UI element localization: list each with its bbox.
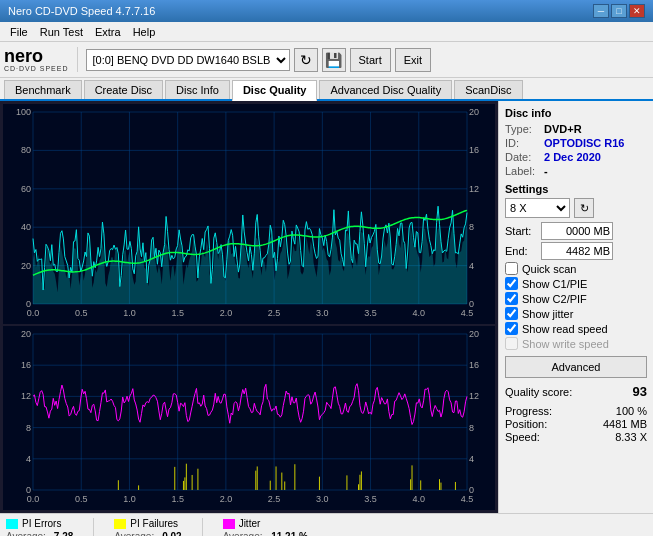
tab-create-disc[interactable]: Create Disc bbox=[84, 80, 163, 99]
show-c2-row: Show C2/PIF bbox=[505, 292, 647, 305]
drive-select[interactable]: [0:0] BENQ DVD DD DW1640 BSLB bbox=[86, 49, 290, 71]
jitter-avg-value: 11.21 % bbox=[271, 531, 308, 536]
progress-section: Progress: 100 % Position: 4481 MB Speed:… bbox=[505, 405, 647, 443]
exit-button[interactable]: Exit bbox=[395, 48, 431, 72]
pi-errors-avg-value: 7.28 bbox=[54, 531, 73, 536]
jitter-avg-label: Average: bbox=[223, 531, 263, 536]
pi-errors-legend: PI Errors Average: 7.28 Maximum: 54 Tota… bbox=[6, 518, 73, 536]
id-value: OPTODISC R16 bbox=[544, 137, 625, 149]
position-label: Position: bbox=[505, 418, 547, 430]
legend-area: PI Errors Average: 7.28 Maximum: 54 Tota… bbox=[0, 513, 653, 536]
pi-failures-color-box bbox=[114, 519, 126, 529]
pi-failures-legend: PI Failures Average: 0.02 Maximum: 12 To… bbox=[114, 518, 181, 536]
menu-file[interactable]: File bbox=[4, 24, 34, 40]
menu-extra[interactable]: Extra bbox=[89, 24, 127, 40]
tab-scan-disc[interactable]: ScanDisc bbox=[454, 80, 522, 99]
quick-scan-label: Quick scan bbox=[522, 263, 576, 275]
jitter-legend: Jitter Average: 11.21 % Maximum: 12.6 % … bbox=[223, 518, 308, 536]
pi-failures-avg-label: Average: bbox=[114, 531, 154, 536]
id-label: ID: bbox=[505, 137, 540, 149]
app-title: Nero CD-DVD Speed 4.7.7.16 bbox=[8, 5, 593, 17]
progress-label: Progress: bbox=[505, 405, 552, 417]
disc-type-row: Type: DVD+R bbox=[505, 123, 647, 135]
save-icon[interactable]: 💾 bbox=[322, 48, 346, 72]
label-label: Label: bbox=[505, 165, 540, 177]
show-jitter-label: Show jitter bbox=[522, 308, 573, 320]
show-c1-row: Show C1/PIE bbox=[505, 277, 647, 290]
jitter-label: Jitter bbox=[239, 518, 261, 529]
main-content: Disc info Type: DVD+R ID: OPTODISC R16 D… bbox=[0, 101, 653, 513]
jitter-color-box bbox=[223, 519, 235, 529]
pi-errors-avg-label: Average: bbox=[6, 531, 46, 536]
speed-label: Speed: bbox=[505, 431, 540, 443]
disc-id-row: ID: OPTODISC R16 bbox=[505, 137, 647, 149]
show-c2-pif-label: Show C2/PIF bbox=[522, 293, 587, 305]
start-label: Start: bbox=[505, 225, 537, 237]
pi-errors-color-box bbox=[6, 519, 18, 529]
quality-score-label: Quality score: bbox=[505, 386, 572, 398]
end-row: End: bbox=[505, 242, 647, 260]
logo-sub: CD·DVD SPEED bbox=[4, 65, 69, 72]
progress-row: Progress: 100 % bbox=[505, 405, 647, 417]
start-button[interactable]: Start bbox=[350, 48, 391, 72]
start-row: Start: bbox=[505, 222, 647, 240]
show-read-speed-row: Show read speed bbox=[505, 322, 647, 335]
logo: nero CD·DVD SPEED bbox=[4, 47, 78, 72]
date-value: 2 Dec 2020 bbox=[544, 151, 601, 163]
position-value: 4481 MB bbox=[603, 418, 647, 430]
speed-select[interactable]: 8 X 4 X 12 X 16 X Max bbox=[505, 198, 570, 218]
tab-disc-quality[interactable]: Disc Quality bbox=[232, 80, 318, 101]
start-input[interactable] bbox=[541, 222, 613, 240]
end-label: End: bbox=[505, 245, 537, 257]
type-value: DVD+R bbox=[544, 123, 582, 135]
date-label: Date: bbox=[505, 151, 540, 163]
pi-failures-label: PI Failures bbox=[130, 518, 178, 529]
end-input[interactable] bbox=[541, 242, 613, 260]
disc-info-title: Disc info bbox=[505, 107, 647, 119]
settings-refresh-icon[interactable]: ↻ bbox=[574, 198, 594, 218]
right-panel: Disc info Type: DVD+R ID: OPTODISC R16 D… bbox=[498, 101, 653, 513]
quick-scan-row: Quick scan bbox=[505, 262, 647, 275]
type-label: Type: bbox=[505, 123, 540, 135]
legend-divider-2 bbox=[202, 518, 203, 536]
show-write-speed-label: Show write speed bbox=[522, 338, 609, 350]
tab-advanced-disc-quality[interactable]: Advanced Disc Quality bbox=[319, 80, 452, 99]
menu-help[interactable]: Help bbox=[127, 24, 162, 40]
pi-errors-label: PI Errors bbox=[22, 518, 61, 529]
pi-failures-avg-value: 0.02 bbox=[162, 531, 181, 536]
position-row: Position: 4481 MB bbox=[505, 418, 647, 430]
tab-disc-info[interactable]: Disc Info bbox=[165, 80, 230, 99]
toolbar: nero CD·DVD SPEED [0:0] BENQ DVD DD DW16… bbox=[0, 42, 653, 78]
legend-divider-1 bbox=[93, 518, 94, 536]
label-value: - bbox=[544, 165, 548, 177]
show-jitter-checkbox[interactable] bbox=[505, 307, 518, 320]
pi-failures-chart bbox=[3, 326, 495, 510]
tab-bar: Benchmark Create Disc Disc Info Disc Qua… bbox=[0, 78, 653, 101]
disc-date-row: Date: 2 Dec 2020 bbox=[505, 151, 647, 163]
tab-benchmark[interactable]: Benchmark bbox=[4, 80, 82, 99]
show-write-speed-row: Show write speed bbox=[505, 337, 647, 350]
pi-errors-chart bbox=[3, 104, 495, 324]
show-read-speed-checkbox[interactable] bbox=[505, 322, 518, 335]
speed-value: 8.33 X bbox=[615, 431, 647, 443]
charts-area bbox=[0, 101, 498, 513]
menu-run-test[interactable]: Run Test bbox=[34, 24, 89, 40]
quality-score-row: Quality score: 93 bbox=[505, 384, 647, 399]
disc-label-row: Label: - bbox=[505, 165, 647, 177]
minimize-button[interactable]: ─ bbox=[593, 4, 609, 18]
refresh-icon[interactable]: ↻ bbox=[294, 48, 318, 72]
show-c1-pie-checkbox[interactable] bbox=[505, 277, 518, 290]
close-button[interactable]: ✕ bbox=[629, 4, 645, 18]
show-jitter-row: Show jitter bbox=[505, 307, 647, 320]
speed-row: 8 X 4 X 12 X 16 X Max ↻ bbox=[505, 198, 647, 218]
quality-score-value: 93 bbox=[633, 384, 647, 399]
show-c2-pif-checkbox[interactable] bbox=[505, 292, 518, 305]
advanced-button[interactable]: Advanced bbox=[505, 356, 647, 378]
show-c1-pie-label: Show C1/PIE bbox=[522, 278, 587, 290]
maximize-button[interactable]: □ bbox=[611, 4, 627, 18]
speed-row-progress: Speed: 8.33 X bbox=[505, 431, 647, 443]
settings-title: Settings bbox=[505, 183, 647, 195]
quick-scan-checkbox[interactable] bbox=[505, 262, 518, 275]
title-bar: Nero CD-DVD Speed 4.7.7.16 ─ □ ✕ bbox=[0, 0, 653, 22]
show-write-speed-checkbox[interactable] bbox=[505, 337, 518, 350]
